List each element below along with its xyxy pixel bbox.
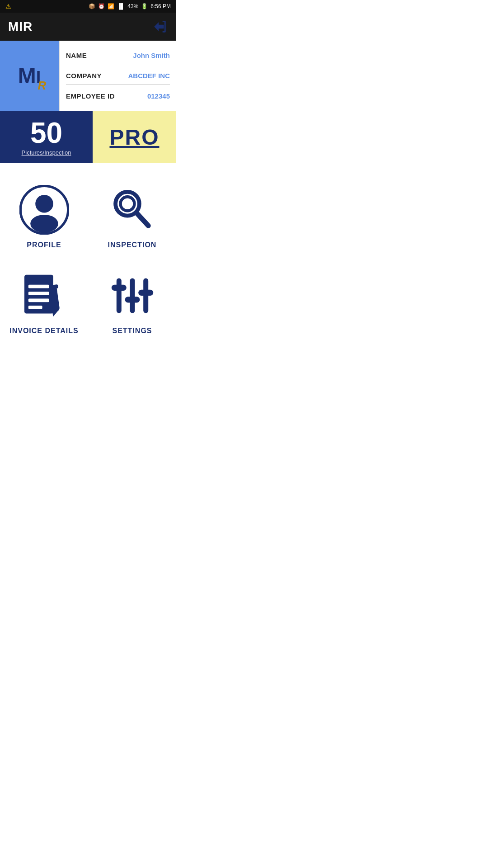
settings-label: SETTINGS (112, 327, 152, 335)
svg-rect-9 (28, 292, 49, 295)
company-row: COMPANY ABCDEF INC (66, 67, 170, 85)
svg-rect-19 (125, 297, 140, 302)
inspection-count[interactable]: 50 Pictures/Inspection (0, 111, 93, 163)
status-right: 📦 ⏰ 📶 ▐▌ 43% 🔋 6:56 PM (89, 3, 171, 9)
invoice-label: INVOICE DETAILS (9, 327, 79, 335)
alarm-icon: ⏰ (98, 3, 105, 9)
svg-rect-16 (130, 278, 135, 313)
battery-percent: 43% (127, 3, 138, 9)
signal-icon: ▐▌ (117, 3, 125, 9)
count-label: Pictures/Inspection (22, 149, 71, 156)
profile-label: PROFILE (27, 241, 61, 249)
menu-item-profile[interactable]: PROFILE (0, 172, 88, 258)
plan-text: PRO (109, 125, 159, 150)
inspection-label: INSPECTION (108, 241, 157, 249)
invoice-icon (19, 271, 69, 321)
menu-item-invoice[interactable]: INVOICE DETAILS (0, 258, 88, 344)
profile-icon (19, 185, 69, 235)
profile-logo: MIR (0, 41, 59, 111)
svg-rect-10 (28, 299, 49, 302)
company-value: ABCDEF INC (128, 72, 170, 80)
inspection-icon (108, 185, 157, 235)
profile-card: MIR NAME John Smith COMPANY ABCDEF INC E… (0, 41, 176, 111)
svg-point-1 (35, 195, 53, 213)
svg-point-2 (30, 215, 58, 233)
employee-id-label: EMPLOYEE ID (66, 92, 115, 100)
name-label: NAME (66, 52, 87, 59)
employee-id-value: 012345 (147, 92, 170, 100)
name-value: John Smith (133, 52, 170, 59)
svg-rect-18 (111, 285, 126, 291)
clock: 6:56 PM (150, 3, 171, 9)
status-warning: ⚠ (5, 3, 11, 10)
svg-rect-15 (116, 278, 121, 313)
menu-item-settings[interactable]: SETTINGS (88, 258, 176, 344)
stats-banner: 50 Pictures/Inspection PRO (0, 111, 176, 163)
menu-item-inspection[interactable]: INSPECTION (88, 172, 176, 258)
logo-sub: R (38, 80, 46, 91)
menu-grid: PROFILE INSPECTION (0, 163, 176, 353)
profile-info: NAME John Smith COMPANY ABCDEF INC EMPLO… (59, 41, 176, 111)
storage-icon: 📦 (89, 3, 95, 9)
svg-marker-13 (52, 310, 58, 316)
top-bar: MIR (0, 13, 176, 41)
svg-rect-8 (28, 285, 49, 288)
app-title: MIR (8, 19, 33, 34)
svg-rect-20 (138, 290, 153, 296)
logo-letters: MIR (18, 65, 41, 87)
logout-button[interactable] (152, 19, 168, 35)
battery-icon: 🔋 (141, 3, 148, 9)
svg-rect-11 (28, 306, 42, 309)
svg-line-5 (136, 213, 148, 226)
wifi-icon: 📶 (108, 3, 114, 9)
name-row: NAME John Smith (66, 47, 170, 64)
plan-badge[interactable]: PRO (93, 111, 176, 163)
status-bar: ⚠ 📦 ⏰ 📶 ▐▌ 43% 🔋 6:56 PM (0, 0, 176, 13)
warning-icon: ⚠ (5, 3, 11, 10)
company-label: COMPANY (66, 72, 102, 80)
employee-id-row: EMPLOYEE ID 012345 (66, 88, 170, 104)
svg-point-6 (122, 198, 132, 209)
settings-icon (108, 271, 157, 321)
count-number: 50 (30, 118, 62, 147)
